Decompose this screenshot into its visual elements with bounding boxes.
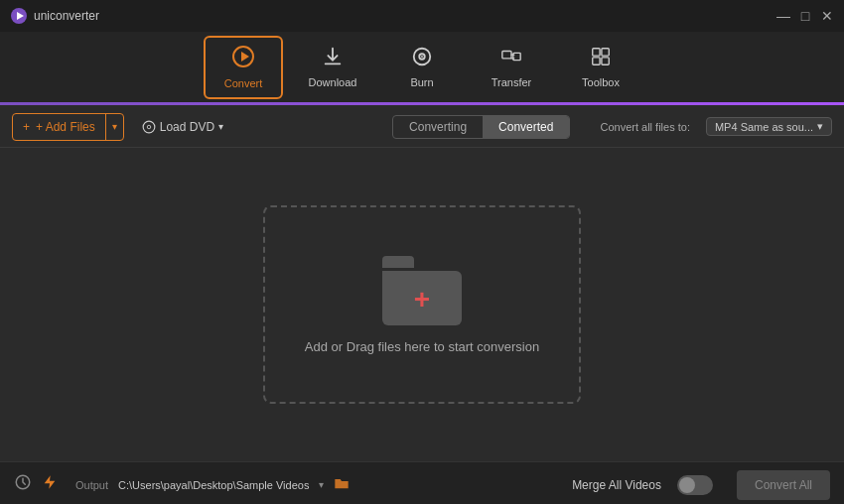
folder-tab [382, 256, 414, 268]
download-nav-label: Download [309, 76, 357, 88]
toolbox-nav-icon [590, 46, 612, 72]
load-dvd-button[interactable]: Load DVD ▾ [134, 113, 231, 141]
output-label: Output [75, 479, 108, 491]
load-dvd-label: Load DVD [160, 120, 214, 134]
convert-nav-label: Convert [224, 77, 263, 89]
drop-zone-text: Add or Drag files here to start conversi… [305, 339, 539, 354]
burn-nav-label: Burn [410, 76, 433, 88]
output-path-arrow-icon[interactable]: ▾ [319, 479, 324, 490]
nav-accent [0, 102, 844, 105]
output-folder-icon[interactable] [334, 476, 350, 493]
svg-rect-9 [593, 49, 600, 56]
bottom-bar: Output C:\Users\payal\Desktop\Sample Vid… [0, 461, 844, 504]
convert-nav-icon [231, 45, 255, 73]
download-nav-icon [322, 46, 344, 72]
convert-all-label: Convert all files to: [600, 121, 689, 133]
svg-marker-3 [241, 52, 249, 62]
output-path: C:\Users\payal\Desktop\Sample Videos [118, 479, 309, 491]
load-dvd-arrow-icon: ▾ [218, 121, 223, 132]
convert-all-value: MP4 Same as sou... [715, 121, 813, 133]
title-bar: uniconverter — □ ✕ [0, 0, 844, 32]
title-bar-controls: — □ ✕ [776, 9, 834, 23]
plus-icon: + [23, 120, 30, 134]
merge-all-videos-toggle[interactable] [677, 475, 713, 495]
burn-nav-icon [411, 46, 433, 72]
app-title: uniconverter [34, 9, 99, 23]
nav-item-burn[interactable]: Burn [382, 36, 462, 99]
toolbox-nav-label: Toolbox [582, 76, 620, 88]
svg-rect-10 [602, 49, 609, 56]
svg-marker-16 [45, 475, 56, 488]
dvd-icon [142, 120, 156, 134]
toggle-knob [679, 477, 695, 493]
svg-rect-8 [513, 53, 520, 60]
lightning-icon[interactable] [42, 473, 58, 496]
transfer-nav-label: Transfer [492, 76, 532, 88]
convert-all-button[interactable]: Convert All [737, 470, 830, 500]
clock-icon[interactable] [14, 473, 32, 496]
toolbar: + + Add Files ▾ Load DVD ▾ Converting Co… [0, 106, 844, 148]
converting-tab[interactable]: Converting [393, 116, 483, 138]
convert-all-select[interactable]: MP4 Same as sou... ▾ [706, 117, 832, 136]
add-files-label: + Add Files [36, 120, 95, 134]
maximize-button[interactable]: □ [798, 9, 812, 23]
add-files-main[interactable]: + + Add Files [13, 114, 106, 140]
convert-all-select-arrow-icon: ▾ [817, 120, 823, 133]
svg-rect-11 [593, 58, 600, 64]
folder-plus-icon: + [414, 286, 430, 314]
drop-zone[interactable]: + Add or Drag files here to start conver… [263, 205, 581, 404]
top-nav: Convert Download Burn Transfer [0, 32, 844, 103]
svg-rect-7 [502, 52, 511, 59]
nav-item-convert[interactable]: Convert [204, 36, 283, 99]
nav-item-transfer[interactable]: Transfer [472, 36, 551, 99]
main-content: + Add or Drag files here to start conver… [0, 148, 844, 461]
folder-icon: + [382, 256, 462, 325]
transfer-nav-icon [500, 46, 522, 72]
nav-item-toolbox[interactable]: Toolbox [561, 36, 640, 99]
add-files-dropdown-arrow[interactable]: ▾ [106, 114, 123, 140]
svg-point-13 [143, 121, 155, 133]
folder-body: + [382, 271, 462, 325]
svg-point-6 [421, 56, 423, 58]
add-files-button[interactable]: + + Add Files ▾ [12, 113, 124, 141]
convert-tabs: Converting Converted [392, 115, 570, 139]
app-logo-icon [10, 7, 28, 25]
title-bar-left: uniconverter [10, 7, 99, 25]
svg-point-14 [147, 125, 151, 129]
svg-rect-12 [602, 58, 609, 64]
close-button[interactable]: ✕ [820, 9, 834, 23]
merge-all-videos-label: Merge All Videos [572, 478, 661, 492]
minimize-button[interactable]: — [776, 9, 790, 23]
nav-item-download[interactable]: Download [293, 36, 372, 99]
converted-tab[interactable]: Converted [483, 116, 569, 138]
